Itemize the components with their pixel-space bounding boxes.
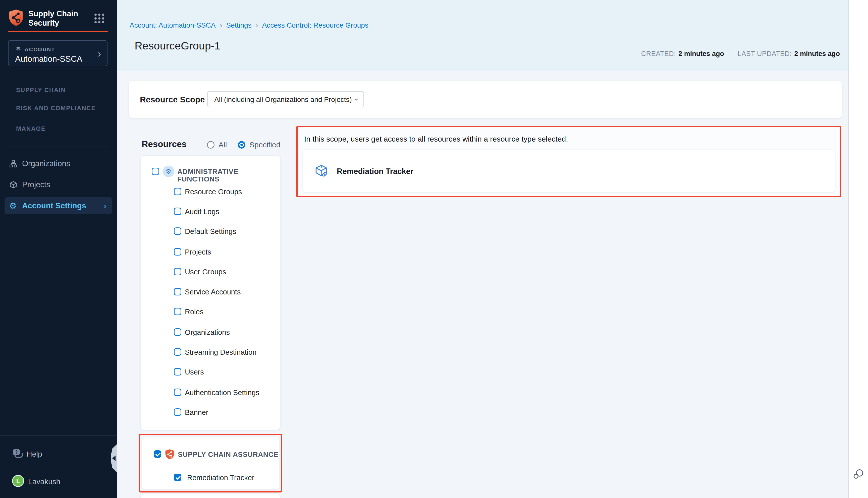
supply-chain-assurance-highlight: SUPPLY CHAIN ASSURANCE Remediation Track… — [139, 434, 282, 493]
supply-chain-security-shield-icon — [8, 9, 24, 26]
meta-divider — [730, 49, 731, 58]
group-title: SUPPLY CHAIN ASSURANCE — [178, 451, 278, 458]
radio-all-label[interactable]: All — [219, 141, 227, 149]
page-body: Resource Scope All (including all Organi… — [117, 71, 848, 498]
checkbox[interactable] — [174, 368, 181, 376]
resource-item-row[interactable]: Users — [141, 368, 280, 380]
chevron-right-icon: › — [104, 201, 106, 211]
last-updated-value: 2 minutes ago — [794, 50, 840, 58]
page-title: ResourceGroup-1 — [134, 40, 221, 52]
resource-item-label: Service Accounts — [185, 288, 241, 296]
resource-item-label: Resource Groups — [185, 188, 242, 196]
resource-item-row[interactable]: Roles — [141, 308, 280, 319]
radio-specified-label[interactable]: Specified — [249, 141, 280, 149]
resource-item-label: User Groups — [185, 268, 226, 276]
page-header: Account: Automation-SSCA › Settings › Ac… — [117, 0, 848, 71]
checkbox[interactable] — [174, 308, 181, 315]
sidebar-item-account-settings[interactable]: ⚙ Account Settings › — [4, 197, 112, 214]
radio-all[interactable] — [207, 141, 215, 148]
resource-item-label: Users — [185, 368, 204, 376]
checkbox[interactable] — [174, 268, 181, 275]
checkbox[interactable] — [174, 288, 181, 296]
admin-functions-badge: ⚙ — [163, 166, 174, 177]
created-value: 2 minutes ago — [678, 50, 724, 58]
sidebar-section-risk-and-compliance[interactable]: RISK AND COMPLIANCE — [16, 105, 96, 112]
breadcrumb-separator-icon: › — [220, 21, 222, 30]
sidebar-item-projects[interactable]: Projects › — [4, 176, 112, 193]
right-gutter — [848, 0, 868, 498]
sidebar-divider — [0, 435, 117, 435]
resource-item-row[interactable]: User Groups — [141, 268, 280, 279]
checkbox[interactable] — [174, 328, 181, 336]
org-chart-icon — [9, 159, 17, 168]
module-title: Supply Chain Security — [28, 9, 86, 28]
scope-detail-highlight: In this scope, users get access to all r… — [296, 126, 841, 197]
resource-item-row[interactable]: Remediation Tracker — [142, 474, 279, 485]
feedback-chat-icon[interactable] — [852, 468, 864, 480]
resource-item-row[interactable]: Projects — [141, 248, 280, 260]
resource-item-label: Authentication Settings — [185, 389, 259, 396]
module-logo[interactable]: Supply Chain Security — [8, 9, 109, 29]
resource-item-row[interactable]: Organizations — [141, 328, 280, 340]
resource-item-row[interactable]: Audit Logs — [141, 208, 280, 219]
breadcrumb-settings-link[interactable]: Settings — [226, 21, 251, 29]
svg-text:?: ? — [15, 449, 18, 455]
checkbox[interactable] — [174, 188, 181, 195]
resource-scope-select[interactable]: All (including all Organizations and Pro… — [207, 91, 364, 107]
group-checkbox[interactable] — [152, 168, 159, 175]
checkbox[interactable] — [174, 248, 181, 255]
resource-type-label: Remediation Tracker — [337, 167, 413, 176]
sidebar-item-label: Organizations — [22, 159, 70, 168]
breadcrumb: Account: Automation-SSCA › Settings › Ac… — [130, 21, 368, 30]
group-header-row[interactable]: ⚙ ADMINISTRATIVE FUNCTIONS — [141, 166, 280, 177]
layers-icon — [15, 46, 22, 52]
admin-functions-card: ⚙ ADMINISTRATIVE FUNCTIONS Resource Grou… — [141, 156, 280, 430]
app-switcher-icon[interactable] — [94, 14, 104, 23]
app-window: Supply Chain Security ACCOUNT Automation… — [0, 0, 868, 498]
resources-label: Resources — [142, 139, 186, 149]
group-title: ADMINISTRATIVE FUNCTIONS — [177, 168, 280, 183]
created-label: CREATED: — [641, 50, 676, 58]
checkbox[interactable] — [174, 348, 181, 356]
resource-item-row[interactable]: Authentication Settings — [141, 389, 280, 400]
resource-item-row[interactable]: Default Settings — [141, 227, 280, 239]
checkbox[interactable] — [174, 474, 181, 481]
breadcrumb-account-link[interactable]: Account: Automation-SSCA — [130, 21, 216, 29]
account-scope-label: ACCOUNT — [25, 47, 55, 52]
resource-type-card: Remediation Tracker — [303, 150, 834, 192]
radio-specified[interactable] — [238, 141, 245, 148]
checkbox[interactable] — [174, 208, 181, 215]
breadcrumb-separator-icon: › — [256, 21, 258, 30]
checkbox[interactable] — [174, 408, 181, 416]
help-label: Help — [27, 450, 42, 458]
resource-item-label: Streaming Destination — [185, 349, 257, 356]
sidebar: Supply Chain Security ACCOUNT Automation… — [0, 0, 117, 498]
account-selector[interactable]: ACCOUNT Automation-SSCA › — [8, 40, 107, 66]
user-name: Lavakush — [28, 477, 60, 486]
supply-chain-assurance-shield-icon — [165, 449, 175, 460]
resource-item-row[interactable]: Streaming Destination — [141, 348, 280, 360]
resource-item-row[interactable]: Resource Groups — [141, 188, 280, 199]
sidebar-section-manage[interactable]: MANAGE — [16, 125, 46, 132]
cube-icon — [9, 181, 17, 189]
group-checkbox[interactable] — [154, 450, 161, 458]
resource-scope-card: Resource Scope All (including all Organi… — [129, 81, 842, 118]
resource-item-label: Organizations — [185, 329, 230, 336]
help-chat-icon: ? — [12, 448, 23, 459]
gear-icon: ⚙ — [166, 168, 171, 175]
avatar: L — [12, 475, 24, 487]
resource-item-row[interactable]: Service Accounts — [141, 288, 280, 300]
chevron-down-icon — [352, 96, 360, 103]
sidebar-item-organizations[interactable]: Organizations › — [4, 155, 112, 172]
scope-description: In this scope, users get access to all r… — [304, 135, 568, 143]
breadcrumb-resource-groups-link[interactable]: Access Control: Resource Groups — [262, 21, 368, 29]
sidebar-section-supply-chain[interactable]: SUPPLY CHAIN — [16, 87, 66, 94]
supply-chain-assurance-card: SUPPLY CHAIN ASSURANCE Remediation Track… — [142, 437, 279, 489]
resource-item-label: Projects — [185, 248, 211, 256]
checkbox[interactable] — [174, 389, 181, 396]
resource-scope-selected-value: All (including all Organizations and Pro… — [214, 96, 352, 104]
checkbox[interactable] — [174, 227, 181, 235]
sidebar-collapse-handle[interactable] — [111, 444, 117, 472]
group-header-row[interactable]: SUPPLY CHAIN ASSURANCE — [142, 449, 279, 461]
resource-item-row[interactable]: Banner — [141, 408, 280, 420]
